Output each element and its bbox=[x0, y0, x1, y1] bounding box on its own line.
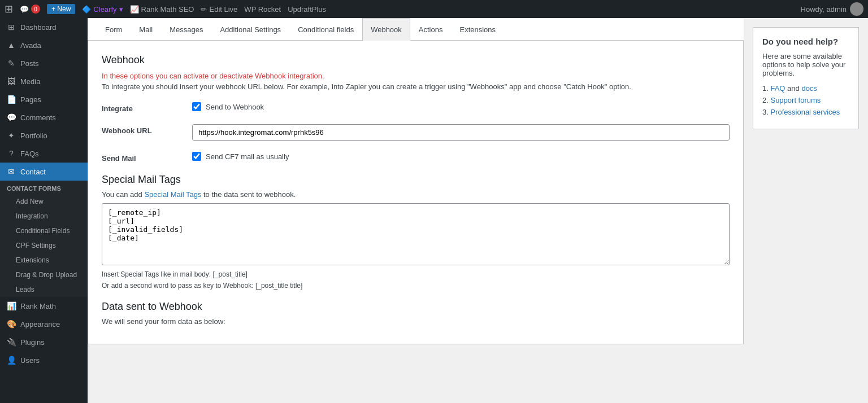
adminbar-wprocket[interactable]: WP Rocket bbox=[244, 5, 281, 14]
pages-icon: 📄 bbox=[7, 95, 16, 104]
comments-icon: 💬 bbox=[7, 113, 16, 122]
data-sent-desc: We will send your form data as below: bbox=[102, 317, 730, 326]
posts-icon: ✎ bbox=[7, 59, 16, 68]
media-icon: 🖼 bbox=[7, 77, 16, 86]
send-to-webhook-checkbox[interactable] bbox=[192, 102, 201, 111]
clearfy-dropdown-icon: ▾ bbox=[119, 5, 123, 14]
sidebar-item-label: Plugins bbox=[20, 338, 45, 347]
sidebar-item-pages[interactable]: 📄 Pages bbox=[0, 90, 88, 108]
sidebar-item-avada[interactable]: ▲ Avada bbox=[0, 36, 88, 54]
help-link-faq[interactable]: FAQ bbox=[770, 84, 785, 93]
submenu-cpf-settings[interactable]: CPF Settings bbox=[0, 238, 88, 253]
send-to-webhook-row: Send to Webhook bbox=[192, 102, 730, 111]
sidebar-item-label: FAQs bbox=[20, 150, 39, 158]
sidebar-item-posts[interactable]: ✎ Posts bbox=[0, 54, 88, 72]
send-mail-control: Send CF7 mail as usually bbox=[192, 152, 730, 161]
help-link-item: Support forums bbox=[762, 96, 849, 104]
adminbar-clearfy[interactable]: 🔷 Clearfy ▾ bbox=[82, 5, 123, 14]
sidebar-item-users[interactable]: 👤 Users bbox=[0, 351, 88, 369]
integrate-control: Send to Webhook bbox=[192, 102, 730, 111]
plugins-icon: 🔌 bbox=[7, 338, 16, 347]
clearfy-icon: 🔷 bbox=[82, 5, 91, 14]
sidebar-item-comments[interactable]: 💬 Comments bbox=[0, 108, 88, 126]
sidebar-item-dashboard[interactable]: ⊞ Dashboard bbox=[0, 18, 88, 36]
sidebar-item-label: Pages bbox=[20, 95, 41, 104]
special-mail-desc-suffix: to the data sent to webhook. bbox=[201, 190, 296, 199]
tab-form[interactable]: Form bbox=[97, 18, 131, 41]
submenu-conditional-fields[interactable]: Conditional Fields bbox=[0, 224, 88, 238]
avada-icon: ▲ bbox=[7, 41, 16, 50]
help-link-docs[interactable]: docs bbox=[801, 84, 817, 93]
submenu-leads[interactable]: Leads bbox=[0, 282, 88, 297]
webhook-desc-red: In these options you can activate or dea… bbox=[102, 72, 730, 80]
sidebar-item-media[interactable]: 🖼 Media bbox=[0, 72, 88, 90]
sidebar-item-label: Avada bbox=[20, 41, 41, 50]
special-mail-tags-link[interactable]: Special Mail Tags bbox=[144, 190, 201, 199]
contact-icon: ✉ bbox=[7, 167, 16, 176]
sidebar-item-label: Contact bbox=[20, 168, 46, 176]
adminbar-comments[interactable]: 💬 0 bbox=[20, 5, 40, 14]
help-title: Do you need help? bbox=[762, 37, 849, 46]
edit-live-icon: ✏ bbox=[201, 5, 207, 14]
submenu-drag-drop-upload[interactable]: Drag & Drop Upload bbox=[0, 268, 88, 282]
send-cf7-label: Send CF7 mail as usually bbox=[206, 152, 289, 161]
help-link-item: Professional services bbox=[762, 108, 849, 116]
sidebar-item-rankmath[interactable]: 📊 Rank Math bbox=[0, 297, 88, 315]
submenu-add-new[interactable]: Add New bbox=[0, 194, 88, 209]
sidebar-item-label: Dashboard bbox=[20, 23, 57, 32]
users-icon: 👤 bbox=[7, 356, 16, 365]
help-link-item: FAQ and docs bbox=[762, 84, 849, 93]
special-mail-title: Special Mail Tags bbox=[102, 174, 730, 186]
help-link-professional[interactable]: Professional services bbox=[770, 108, 840, 116]
sidebar-item-faqs[interactable]: ? FAQs bbox=[0, 144, 88, 163]
admin-bar: ⊞ 💬 0 + New 🔷 Clearfy ▾ 📈 Rank Math SEO … bbox=[0, 0, 868, 18]
adminbar-editlive[interactable]: ✏ Edit Live bbox=[201, 5, 237, 14]
adminbar-updraftplus[interactable]: UpdraftPlus bbox=[288, 5, 326, 14]
adminbar-rankmath[interactable]: 📈 Rank Math SEO bbox=[130, 5, 194, 14]
tab-messages[interactable]: Messages bbox=[161, 18, 211, 41]
sidebar-item-label: Rank Math bbox=[20, 302, 56, 310]
webhook-content: Webhook In these options you can activat… bbox=[88, 41, 744, 344]
send-cf7-checkbox[interactable] bbox=[192, 152, 201, 161]
tab-extensions[interactable]: Extensions bbox=[451, 18, 504, 41]
sidebar-item-label: Comments bbox=[20, 113, 56, 122]
webhook-title: Webhook bbox=[102, 54, 730, 66]
sidebar-item-label: Portfolio bbox=[20, 132, 47, 140]
sidebar-item-label: Posts bbox=[20, 59, 39, 68]
comment-count: 0 bbox=[31, 5, 40, 14]
tabs-bar: Form Mail Messages Additional Settings C… bbox=[88, 18, 744, 41]
send-mail-row: Send Mail Send CF7 mail as usually bbox=[102, 152, 730, 163]
sidebar-item-label: Media bbox=[20, 77, 40, 86]
tab-actions[interactable]: Actions bbox=[410, 18, 452, 41]
webhook-url-input[interactable] bbox=[192, 124, 730, 141]
tab-webhook[interactable]: Webhook bbox=[362, 18, 410, 41]
data-sent-section: Data sent to Webhook We will send your f… bbox=[102, 301, 730, 326]
rankmath-icon: 📈 bbox=[130, 5, 139, 14]
sidebar-item-portfolio[interactable]: ✦ Portfolio bbox=[0, 126, 88, 144]
webhook-desc-gray: To integrate you should insert your webh… bbox=[102, 82, 730, 91]
sidebar-item-appearance[interactable]: 🎨 Appearance bbox=[0, 315, 88, 333]
submenu-integration[interactable]: Integration bbox=[0, 209, 88, 224]
data-sent-title: Data sent to Webhook bbox=[102, 301, 730, 313]
tab-conditional-fields[interactable]: Conditional fields bbox=[289, 18, 362, 41]
help-sidebar: Do you need help? Here are some availabl… bbox=[744, 18, 868, 403]
hint2: Or add a second word to pass as key to W… bbox=[102, 282, 730, 290]
hint1: Insert Special Tags like in mail body: [… bbox=[102, 270, 730, 278]
tab-mail[interactable]: Mail bbox=[131, 18, 161, 41]
adminbar-new[interactable]: + New bbox=[47, 4, 75, 14]
submenu-extensions[interactable]: Extensions bbox=[0, 253, 88, 268]
special-mail-tags-textarea[interactable]: [_remote_ip] [_url] [_invalid_fields] [_… bbox=[102, 203, 730, 265]
help-box: Do you need help? Here are some availabl… bbox=[753, 27, 859, 129]
sidebar: ⊞ Dashboard ▲ Avada ✎ Posts 🖼 Media 📄 Pa… bbox=[0, 18, 88, 403]
sidebar-item-plugins[interactable]: 🔌 Plugins bbox=[0, 333, 88, 351]
sidebar-item-contact[interactable]: ✉ Contact bbox=[0, 163, 88, 181]
wp-logo[interactable]: ⊞ bbox=[5, 3, 13, 15]
integrate-row: Integrate Send to Webhook bbox=[102, 102, 730, 113]
help-link-support[interactable]: Support forums bbox=[770, 96, 821, 104]
portfolio-icon: ✦ bbox=[7, 131, 16, 140]
content-area: Form Mail Messages Additional Settings C… bbox=[88, 18, 868, 403]
send-to-webhook-label: Send to Webhook bbox=[206, 103, 264, 111]
special-mail-section: Special Mail Tags You can add Special Ma… bbox=[102, 174, 730, 290]
comment-icon: 💬 bbox=[20, 5, 29, 14]
tab-additional-settings[interactable]: Additional Settings bbox=[211, 18, 289, 41]
